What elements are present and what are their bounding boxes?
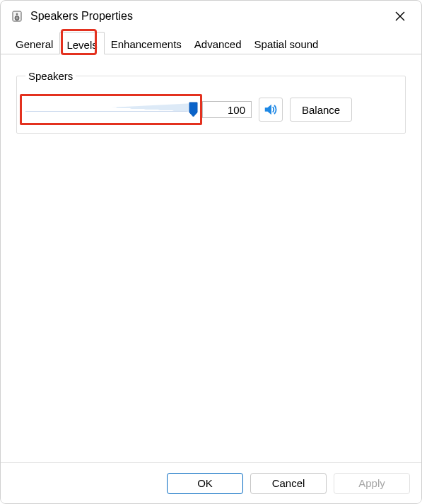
volume-row: Balance: [25, 98, 397, 122]
volume-value[interactable]: [202, 101, 252, 118]
tab-advanced[interactable]: Advanced: [188, 32, 248, 54]
content-area: Speakers: [9, 57, 413, 459]
balance-button[interactable]: Balance: [290, 98, 352, 122]
close-button[interactable]: [386, 2, 414, 30]
mute-button[interactable]: [259, 98, 283, 122]
speaker-icon: [263, 102, 279, 117]
window-title: Speakers Properties: [30, 10, 386, 23]
speakers-group: Speakers: [16, 70, 406, 134]
tab-levels[interactable]: Levels: [59, 32, 104, 54]
tab-bar: General Levels Enhancements Advanced Spa…: [1, 32, 421, 54]
tab-spatial-sound[interactable]: Spatial sound: [248, 32, 325, 54]
speakers-group-title: Speakers: [25, 70, 76, 82]
tab-enhancements[interactable]: Enhancements: [105, 32, 188, 54]
ok-button[interactable]: OK: [167, 473, 243, 494]
tab-general[interactable]: General: [9, 32, 59, 54]
slider-thumb-icon: [189, 102, 198, 117]
cancel-button[interactable]: Cancel: [250, 473, 327, 494]
dialog-footer: OK Cancel Apply: [1, 462, 421, 503]
svg-point-3: [16, 18, 18, 19]
titlebar: Speakers Properties: [1, 1, 421, 32]
svg-point-1: [16, 13, 18, 16]
apply-button: Apply: [334, 473, 410, 494]
volume-slider[interactable]: [25, 100, 195, 119]
speaker-cabinet-icon: [11, 10, 23, 23]
close-icon: [395, 11, 405, 21]
